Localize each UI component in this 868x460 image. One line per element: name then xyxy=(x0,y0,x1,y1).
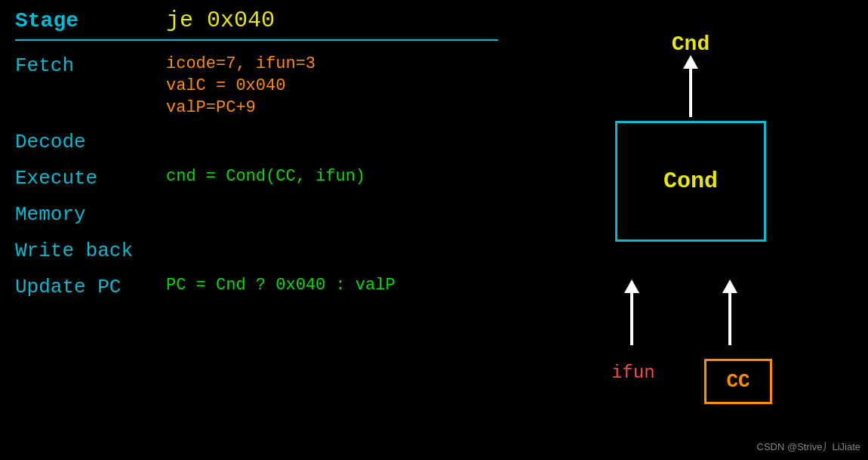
writeback-row: Write back xyxy=(15,239,498,262)
fetch-row: Fetch icode=7, ifun=3 valC = 0x040 valP=… xyxy=(15,54,498,117)
fetch-line-2: valC = 0x040 xyxy=(166,76,315,95)
cc-box: CC xyxy=(704,359,772,404)
fetch-content: icode=7, ifun=3 valC = 0x040 valP=PC+9 xyxy=(166,54,315,117)
memory-row: Memory xyxy=(15,203,498,226)
execute-label: Execute xyxy=(15,167,166,190)
arrow-cc-icon xyxy=(728,289,731,345)
cond-box-label: Cond xyxy=(663,168,718,194)
updatepc-content: PC = Cnd ? 0x040 : valP xyxy=(166,276,396,295)
right-panel: Cnd Cond ifun CC xyxy=(513,0,868,460)
writeback-label: Write back xyxy=(15,239,166,262)
fetch-line-1: icode=7, ifun=3 xyxy=(166,54,315,73)
main-container: Stage je 0x040 Fetch icode=7, ifun=3 val… xyxy=(0,0,868,460)
memory-label: Memory xyxy=(15,203,166,226)
updatepc-label: Update PC xyxy=(15,276,166,298)
watermark: CSDN @Strive丿LiJiate xyxy=(757,440,860,454)
decode-row: Decode xyxy=(15,131,498,153)
diagram-container: Cnd Cond ifun CC xyxy=(532,19,849,442)
stage-value: je 0x040 xyxy=(166,8,275,33)
arrow-top-icon xyxy=(689,64,692,117)
stage-label: Stage xyxy=(15,9,166,32)
execute-row: Execute cnd = Cond(CC, ifun) xyxy=(15,167,498,190)
cond-box: Cond xyxy=(615,121,766,242)
stage-row: Stage je 0x040 xyxy=(15,8,498,41)
left-panel: Stage je 0x040 Fetch icode=7, ifun=3 val… xyxy=(0,0,513,460)
arrow-ifun-icon xyxy=(630,289,633,345)
execute-line-1: cnd = Cond(CC, ifun) xyxy=(166,167,365,186)
decode-label: Decode xyxy=(15,131,166,153)
fetch-line-3: valP=PC+9 xyxy=(166,98,315,117)
ifun-label: ifun xyxy=(611,363,655,383)
execute-content: cnd = Cond(CC, ifun) xyxy=(166,167,365,186)
updatepc-line-1: PC = Cnd ? 0x040 : valP xyxy=(166,276,396,295)
updatepc-row: Update PC PC = Cnd ? 0x040 : valP xyxy=(15,276,498,298)
fetch-label: Fetch xyxy=(15,54,166,77)
cnd-label: Cnd xyxy=(672,32,709,56)
cc-box-label: CC xyxy=(726,370,749,393)
